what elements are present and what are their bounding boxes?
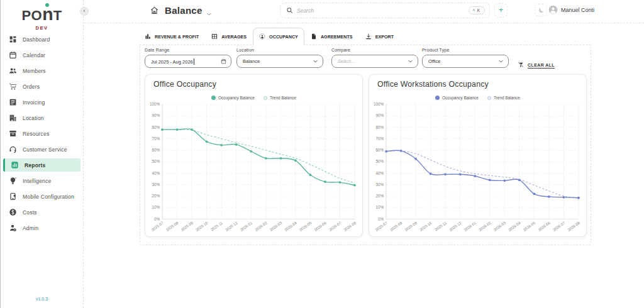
sidebar-item-customer-service[interactable]: Customer Service [0,141,84,157]
svg-text:2026 02: 2026 02 [478,220,492,232]
sidebar-item-orders[interactable]: Orders [0,79,84,94]
svg-text:90%: 90% [375,113,384,118]
tab-averages[interactable]: AVERAGES [205,28,253,45]
sidebar-item-members[interactable]: Members [0,63,84,79]
admin-icon [9,224,17,232]
product-type-select[interactable]: Office [422,55,509,68]
tab-occupancy[interactable]: OCCUPANCY [253,28,304,45]
app-logo: POnT [0,6,84,24]
user-avatar[interactable] [548,5,558,14]
clear-all-button[interactable]: CLEAR ALL [518,62,555,68]
sidebar-item-dashboard[interactable]: Dashboard [0,31,84,47]
tab-export[interactable]: EXPORT [359,28,401,45]
svg-text:2026 05: 2026 05 [298,220,313,232]
product-type-label: Product Type [422,48,509,52]
filter-product-type: Product Type Office [422,48,509,68]
svg-text:2025 08: 2025 08 [389,220,404,232]
svg-text:2025 09: 2025 09 [404,220,418,232]
svg-text:2026 01: 2026 01 [239,220,253,232]
svg-text:70%: 70% [375,136,384,141]
svg-text:30%: 30% [375,182,384,187]
svg-text:80%: 80% [152,125,160,129]
svg-text:2026 02: 2026 02 [254,220,269,232]
environment-badge: DEV [0,25,84,31]
add-button[interactable]: + [494,3,508,18]
svg-text:60%: 60% [375,148,384,152]
calendar-icon [221,58,226,64]
svg-text:2026 04: 2026 04 [284,220,298,232]
line-chart: 0%10%20%30%40%50%60%70%80%90%100%2025 07… [145,75,364,238]
svg-text:100%: 100% [150,102,160,106]
svg-text:2026 06: 2026 06 [313,220,328,232]
svg-text:2025 08: 2025 08 [165,220,180,232]
search-input[interactable] [297,8,465,14]
sidebar-item-intelligence[interactable]: Intelligence [0,173,84,189]
date-range-label: Date Range [145,48,231,52]
filter-date-range: Date Range Jul 2025 - Aug 2026 [145,48,231,68]
compare-label: Compare [331,48,418,52]
sidebar-item-invoicing[interactable]: Invoicing [0,94,84,110]
svg-text:2026 07: 2026 07 [328,220,342,232]
user-name[interactable]: Manuel Conti [561,7,594,13]
sidebar: POnT DEV DashboardCalendarMembersOrdersI… [0,0,84,308]
svg-text:2026 07: 2026 07 [552,220,566,232]
download-icon [365,33,372,40]
svg-text:2026 05: 2026 05 [522,220,536,232]
chevron-down-icon [408,58,413,64]
sidebar-item-calendar[interactable]: Calendar [0,47,84,63]
svg-text:0%: 0% [154,217,160,221]
sidebar-item-resources[interactable]: Resources [0,126,84,141]
svg-text:2025 07: 2025 07 [150,220,165,232]
topbar: Balance ^ K + Manuel Conti [84,0,644,23]
tab-revenue-profit[interactable]: REVENUE & PROFIT [138,28,205,45]
chart-card-office-workstations-occupancy: Office Workstations Occupancy Occupancy … [369,74,587,237]
invoicing-icon [9,98,17,106]
sidebar-item-reports[interactable]: Reports [3,158,80,172]
svg-text:40%: 40% [152,171,160,175]
svg-text:2025 07: 2025 07 [374,220,389,232]
svg-text:2025 12: 2025 12 [225,220,239,232]
sidebar-item-mobile-configuration[interactable]: Mobile Configuration [0,189,84,204]
workspace-chevron-down-icon[interactable] [206,8,212,14]
report-tabs: REVENUE & PROFITAVERAGESOCCUPANCYAGREEME… [138,28,400,45]
calendar-icon [9,51,17,59]
filter-off-icon [518,62,524,68]
resources-icon [9,129,17,138]
sidebar-item-admin[interactable]: Admin [0,220,84,236]
dark-mode-toggle[interactable] [535,4,547,16]
dashboard-icon [9,35,17,43]
svg-text:100%: 100% [374,102,384,106]
location-select[interactable]: Balance [236,55,323,68]
main-area: Balance ^ K + Manuel Conti REVENUE & PRO… [84,0,644,308]
location-value: Balance [243,58,313,64]
members-icon [9,67,17,75]
intelligence-icon [9,177,17,185]
chevron-down-icon [498,58,504,64]
costs-icon [9,208,17,216]
tab-panel: Date Range Jul 2025 - Aug 2026 Location … [140,45,591,245]
search-box[interactable]: ^ K [280,3,490,18]
text-cursor [194,58,194,65]
svg-text:30%: 30% [152,182,160,187]
svg-text:2026 03: 2026 03 [269,220,283,232]
tab-agreements[interactable]: AGREEMENTS [304,28,359,45]
compare-select[interactable]: Select... [331,55,418,68]
workspace-title[interactable]: Balance [165,5,203,16]
date-range-value: Jul 2025 - Aug 2026 [151,59,193,65]
svg-text:10%: 10% [152,205,160,209]
svg-text:90%: 90% [152,113,160,118]
svg-text:2025 12: 2025 12 [448,220,463,232]
svg-text:2025 09: 2025 09 [180,220,194,232]
occupancy-icon [259,33,265,40]
home-icon[interactable] [150,6,158,14]
svg-text:2025 11: 2025 11 [434,220,448,231]
mobile-configuration-icon [9,192,17,201]
sidebar-item-location[interactable]: Location [0,110,84,126]
sidebar-collapse-button[interactable]: ‹ [80,7,89,16]
sidebar-item-costs[interactable]: Costs [0,204,84,220]
svg-text:2026 04: 2026 04 [508,220,522,232]
filter-location: Location Balance [236,48,323,68]
date-range-input[interactable]: Jul 2025 - Aug 2026 [145,55,231,68]
moon-icon [538,7,545,14]
location-label: Location [236,48,323,52]
